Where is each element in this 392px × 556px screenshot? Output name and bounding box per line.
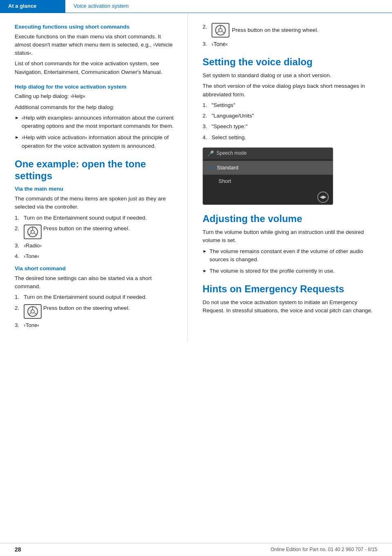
via-short-command-body: The desired tone settings can also be st… [15, 274, 176, 291]
emergency-body: Do not use the voice activation system t… [203, 298, 381, 315]
voice-dialog-title: Setting the voice dialog [203, 56, 381, 68]
nav-circle-icon: ◀▶ [317, 191, 329, 203]
page-header: At a glance Voice activation system [0, 0, 392, 13]
subsection-main-menu: Via the main menu The commands of the me… [15, 185, 176, 260]
help-bullet-2: ► ›Help with voice activation‹ informati… [15, 133, 176, 150]
section-executing-title: Executing functions using short commands [15, 23, 176, 31]
short-step-3: ›Tone‹ [15, 321, 176, 329]
section-help-dialog: Help dialog for the voice activation sys… [15, 83, 176, 150]
main-step-1: Turn on the Entertainment sound output i… [15, 214, 176, 222]
speech-options-list: ✓ Standard Short [203, 159, 333, 190]
subsection-short-command: Via short command The desired tone setti… [15, 265, 176, 329]
svg-line-10 [34, 312, 37, 315]
section-executing: Executing functions using short commands… [15, 23, 176, 76]
via-main-menu-steps: Turn on the Entertainment sound output i… [15, 214, 176, 261]
svg-line-4 [34, 233, 37, 235]
section-example: One example: open the tone settings Via … [15, 158, 176, 329]
section-executing-body2: List of short commands for the voice act… [15, 60, 176, 76]
main-step-3: ›Radio‹ [15, 242, 176, 250]
svg-line-16 [222, 31, 225, 34]
nav-arrows: ◀▶ [203, 190, 333, 205]
voice-step-2: "Language/Units" [203, 112, 381, 120]
speech-mode-label: Speech mode [216, 150, 247, 157]
page-footer: 28 Online Edition for Part no. 01 40 2 9… [0, 543, 392, 556]
section-executing-body1: Execute functions on the main menu via s… [15, 33, 176, 58]
right-column: 2. (( Press button on the steering wheel… [188, 13, 392, 342]
left-column: Executing functions using short commands… [0, 13, 188, 342]
volume-title: Adjusting the volume [203, 213, 381, 225]
continued-step-2: 2. (( Press button on the steering wheel… [203, 23, 381, 48]
via-short-command-title: Via short command [15, 265, 176, 273]
emergency-title: Hints on Emergency Requests [203, 283, 381, 295]
bullet-arrow-1: ► [15, 114, 19, 121]
main-step-4: ›Tone‹ [15, 252, 176, 260]
help-bullet-1: ► ›Help with examples‹ announces informa… [15, 114, 176, 131]
volume-bullet-1: ► The volume remains constant even if th… [203, 247, 381, 264]
svg-text:((: (( [218, 28, 220, 30]
svg-line-3 [29, 233, 31, 235]
section-voice-dialog: Setting the voice dialog Set system to s… [203, 56, 381, 205]
speech-mode-icon: 🎤 [207, 149, 214, 158]
steering-wheel-icon-3: (( [212, 23, 229, 38]
short-step-1: Turn on the Entertainment sound output i… [15, 293, 176, 301]
section-help-title: Help dialog for the voice activation sys… [15, 83, 176, 91]
steering-wheel-icon-1: (( [24, 225, 42, 239]
speech-mode-box: 🎤 Speech mode ✓ Standard Short ◀▶ [203, 147, 333, 205]
footer-online-text: Online Edition for Part no. 01 40 2 960 … [270, 546, 377, 553]
volume-bullet-2: ► The volume is stored for the profile c… [203, 267, 381, 275]
voice-step-3: "Speech type:" [203, 122, 381, 131]
page-number: 28 [15, 545, 21, 554]
voice-dialog-steps: "Settings" "Language/Units" "Speech type… [203, 101, 381, 142]
speech-option-short: Short [203, 175, 333, 188]
voice-step-4: Select setting. [203, 133, 381, 142]
header-tab-right: Voice activation system [65, 2, 137, 10]
svg-line-15 [216, 31, 219, 34]
via-main-menu-body: The commands of the menu items are spoke… [15, 195, 176, 211]
svg-text:((: (( [30, 309, 32, 311]
speech-option-standard: ✓ Standard [203, 161, 333, 175]
voice-step-1: "Settings" [203, 101, 381, 109]
svg-text:((: (( [30, 229, 32, 232]
short-step-2: (( Press button on the steering wheel. [15, 304, 176, 319]
via-main-menu-title: Via the main menu [15, 185, 176, 193]
help-additional-text: Additional commands for the help dialog: [15, 103, 176, 111]
help-calling-text: Calling up help dialog: ›Help‹ [15, 92, 176, 100]
speech-title-bar: 🎤 Speech mode [203, 148, 333, 159]
steering-wheel-icon-2: (( [24, 304, 42, 319]
svg-line-9 [29, 312, 31, 315]
main-step-2: (( Press button on the steering wheel. [15, 225, 176, 239]
volume-bullets: ► The volume remains constant even if th… [203, 247, 381, 276]
vol-bullet-arrow-1: ► [203, 248, 207, 255]
bullet-arrow-2: ► [15, 134, 19, 141]
section-volume: Adjusting the volume Turn the volume but… [203, 213, 381, 275]
voice-dialog-body2: The short version of the voice dialog pl… [203, 82, 381, 99]
help-bullet-list: ► ›Help with examples‹ announces informa… [15, 114, 176, 150]
section-emergency: Hints on Emergency Requests Do not use t… [203, 283, 381, 315]
big-section-title: One example: open the tone settings [15, 158, 176, 182]
header-tab-left: At a glance [0, 0, 65, 13]
volume-body: Turn the volume button while giving an i… [203, 228, 381, 245]
via-short-command-steps: Turn on the Entertainment sound output i… [15, 293, 176, 329]
vol-bullet-arrow-2: ► [203, 267, 207, 274]
voice-dialog-body1: Set system to standard dialog or use a s… [203, 71, 381, 80]
main-content: Executing functions using short commands… [0, 13, 392, 342]
checkmark-icon: ✓ [209, 164, 214, 172]
